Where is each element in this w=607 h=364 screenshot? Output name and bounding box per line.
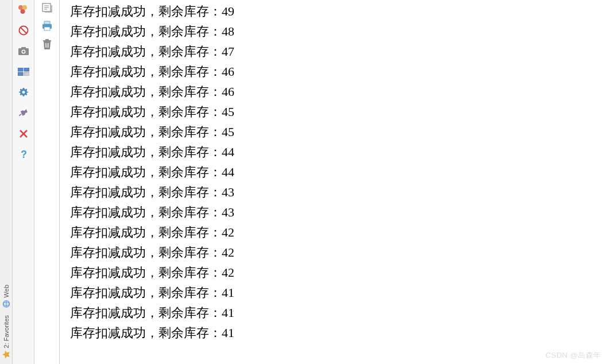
svg-rect-27 bbox=[44, 27, 50, 30]
stop-button[interactable] bbox=[17, 24, 30, 37]
console-line: 库存扣减成功，剩余库存：42 bbox=[70, 222, 607, 242]
scroll-button[interactable] bbox=[41, 1, 53, 14]
svg-point-3 bbox=[18, 5, 23, 10]
svg-rect-9 bbox=[21, 47, 26, 49]
svg-point-16 bbox=[22, 91, 25, 94]
svg-point-11 bbox=[22, 51, 25, 53]
print-icon bbox=[41, 21, 53, 31]
svg-point-4 bbox=[22, 5, 27, 10]
help-button[interactable]: ? bbox=[17, 148, 30, 161]
left-toolbar: ? bbox=[13, 0, 34, 364]
svg-rect-12 bbox=[18, 68, 23, 71]
layout-button[interactable] bbox=[17, 65, 30, 78]
console-line: 库存扣减成功，剩余库存：45 bbox=[70, 102, 607, 122]
breakpoints-icon bbox=[18, 5, 29, 15]
svg-rect-29 bbox=[45, 39, 49, 41]
console-line: 库存扣减成功，剩余库存：49 bbox=[70, 1, 607, 21]
console-line: 库存扣减成功，剩余库存：44 bbox=[70, 142, 607, 162]
tab-web[interactable]: Web bbox=[1, 281, 11, 311]
trash-icon bbox=[42, 38, 52, 50]
console-line: 库存扣减成功，剩余库存：44 bbox=[70, 162, 607, 182]
layout-icon bbox=[18, 68, 29, 76]
secondary-toolbar bbox=[34, 0, 60, 364]
console-line: 库存扣减成功，剩余库存：45 bbox=[70, 122, 607, 142]
help-icon: ? bbox=[20, 149, 28, 160]
web-icon bbox=[2, 300, 10, 308]
vertical-tab-bar: Web 2: Favorites bbox=[0, 0, 13, 364]
console-line: 库存扣减成功，剩余库存：46 bbox=[70, 61, 607, 82]
camera-icon bbox=[18, 47, 29, 56]
svg-point-5 bbox=[20, 9, 25, 14]
console-line: 库存扣减成功，剩余库存：43 bbox=[70, 202, 607, 222]
console-line: 库存扣减成功，剩余库存：48 bbox=[70, 21, 607, 41]
tab-favorites[interactable]: 2: Favorites bbox=[1, 312, 11, 362]
camera-button[interactable] bbox=[17, 45, 30, 57]
tab-web-label: Web bbox=[3, 285, 10, 297]
tab-favorites-label: 2: Favorites bbox=[3, 315, 10, 348]
console-line: 库存扣减成功，剩余库存：41 bbox=[70, 282, 607, 303]
trash-button[interactable] bbox=[41, 38, 53, 51]
console-line: 库存扣减成功，剩余库存：42 bbox=[70, 242, 607, 262]
breakpoints-button[interactable] bbox=[17, 3, 30, 16]
stop-icon bbox=[18, 25, 29, 36]
svg-rect-14 bbox=[18, 72, 23, 76]
star-icon bbox=[2, 350, 10, 358]
settings-button[interactable] bbox=[17, 86, 30, 99]
close-icon bbox=[19, 129, 28, 138]
close-button[interactable] bbox=[17, 127, 30, 140]
console-line: 库存扣减成功，剩余库存：43 bbox=[70, 182, 607, 202]
svg-line-7 bbox=[21, 28, 26, 33]
pin-icon bbox=[19, 108, 28, 118]
svg-rect-26 bbox=[44, 21, 50, 24]
svg-text:?: ? bbox=[21, 149, 27, 160]
svg-rect-15 bbox=[24, 72, 29, 76]
console-line: 库存扣减成功，剩余库存：41 bbox=[70, 323, 607, 343]
console-line: 库存扣减成功，剩余库存：42 bbox=[70, 262, 607, 282]
svg-rect-13 bbox=[24, 68, 29, 71]
gear-icon bbox=[18, 87, 29, 98]
print-button[interactable] bbox=[41, 20, 53, 32]
scroll-icon bbox=[41, 2, 53, 13]
console-output: 库存扣减成功，剩余库存：49库存扣减成功，剩余库存：48库存扣减成功，剩余库存：… bbox=[60, 0, 607, 364]
svg-line-17 bbox=[19, 114, 21, 117]
console-line: 库存扣减成功，剩余库存：47 bbox=[70, 41, 607, 61]
pin-button[interactable] bbox=[17, 107, 30, 119]
console-line: 库存扣减成功，剩余库存：41 bbox=[70, 303, 607, 323]
console-line: 库存扣减成功，剩余库存：46 bbox=[70, 82, 607, 102]
